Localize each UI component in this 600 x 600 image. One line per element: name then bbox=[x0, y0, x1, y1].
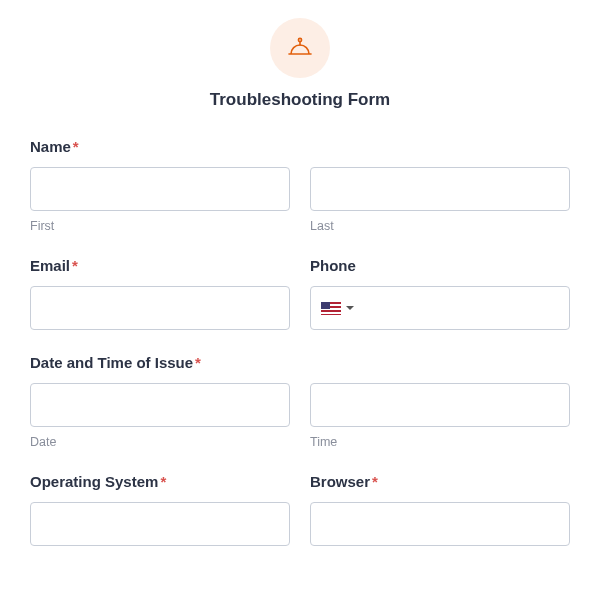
email-label-text: Email bbox=[30, 257, 70, 274]
date-input[interactable] bbox=[30, 383, 290, 427]
browser-label: Browser* bbox=[310, 473, 570, 490]
os-label-text: Operating System bbox=[30, 473, 158, 490]
browser-label-text: Browser bbox=[310, 473, 370, 490]
email-input[interactable] bbox=[30, 286, 290, 330]
datetime-label: Date and Time of Issue* bbox=[30, 354, 570, 371]
svg-point-0 bbox=[298, 38, 301, 41]
bell-icon-circle bbox=[270, 18, 330, 78]
phone-label: Phone bbox=[310, 257, 570, 274]
name-label: Name* bbox=[30, 138, 570, 155]
email-phone-row: Email* Phone bbox=[30, 257, 570, 330]
name-group: Name* First Last bbox=[30, 138, 570, 233]
name-required: * bbox=[73, 138, 79, 155]
os-required: * bbox=[160, 473, 166, 490]
form-header: Troubleshooting Form bbox=[30, 18, 570, 110]
os-label: Operating System* bbox=[30, 473, 290, 490]
phone-input[interactable] bbox=[310, 286, 570, 330]
chevron-down-icon bbox=[346, 306, 354, 310]
date-sublabel: Date bbox=[30, 435, 290, 449]
email-required: * bbox=[72, 257, 78, 274]
browser-input[interactable] bbox=[310, 502, 570, 546]
first-name-input[interactable] bbox=[30, 167, 290, 211]
bell-icon bbox=[284, 32, 316, 64]
os-input[interactable] bbox=[30, 502, 290, 546]
phone-label-text: Phone bbox=[310, 257, 356, 274]
last-name-input[interactable] bbox=[310, 167, 570, 211]
form-title: Troubleshooting Form bbox=[30, 90, 570, 110]
us-flag-icon bbox=[321, 302, 341, 315]
time-sublabel: Time bbox=[310, 435, 570, 449]
name-label-text: Name bbox=[30, 138, 71, 155]
browser-required: * bbox=[372, 473, 378, 490]
first-name-sublabel: First bbox=[30, 219, 290, 233]
time-input[interactable] bbox=[310, 383, 570, 427]
last-name-sublabel: Last bbox=[310, 219, 570, 233]
email-label: Email* bbox=[30, 257, 290, 274]
os-browser-row: Operating System* Browser* bbox=[30, 473, 570, 546]
form-container: Troubleshooting Form Name* First Last Em… bbox=[0, 0, 600, 546]
datetime-group: Date and Time of Issue* Date Time bbox=[30, 354, 570, 449]
datetime-required: * bbox=[195, 354, 201, 371]
datetime-label-text: Date and Time of Issue bbox=[30, 354, 193, 371]
